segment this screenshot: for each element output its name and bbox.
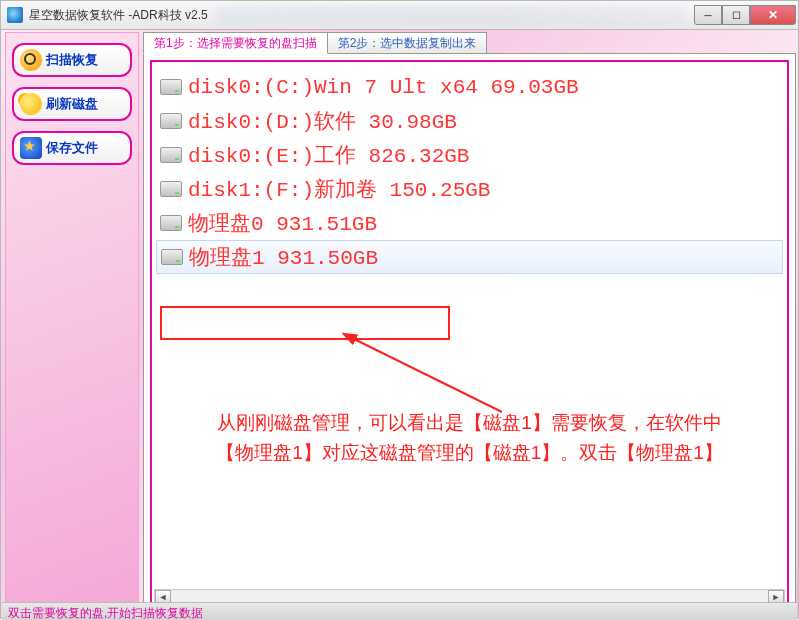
- button-label: 扫描恢复: [46, 51, 98, 69]
- disk-label: disk0:(E:)工作 826.32GB: [188, 141, 469, 169]
- disk-label: 物理盘1 931.50GB: [189, 243, 378, 271]
- refresh-icon: [20, 93, 42, 115]
- app-icon: [7, 7, 23, 23]
- annotation-line: 从刚刚磁盘管理，可以看出是【磁盘1】需要恢复，在软件中: [168, 408, 771, 438]
- refresh-disk-button[interactable]: 刷新磁盘: [12, 87, 132, 121]
- tab-content: disk0:(C:)Win 7 Ult x64 69.03GB disk0:(D…: [143, 53, 796, 616]
- drive-icon: [160, 147, 182, 163]
- tab-label: 第1步：选择需要恢复的盘扫描: [154, 35, 317, 52]
- drive-icon: [160, 79, 182, 95]
- svg-line-0: [352, 338, 502, 412]
- disk-row[interactable]: disk0:(E:)工作 826.32GB: [156, 138, 783, 172]
- tab-bar: 第1步：选择需要恢复的盘扫描 第2步：选中数据复制出来: [143, 32, 796, 54]
- drive-icon: [161, 249, 183, 265]
- titlebar: 星空数据恢复软件 -ADR科技 v2.5 ─ ☐ ✕: [0, 0, 799, 30]
- status-bar: 双击需要恢复的盘,开始扫描恢复数据: [2, 602, 797, 620]
- disk-row[interactable]: 物理盘0 931.51GB: [156, 206, 783, 240]
- status-text: 双击需要恢复的盘,开始扫描恢复数据: [8, 606, 203, 620]
- disk-row[interactable]: disk0:(C:)Win 7 Ult x64 69.03GB: [156, 70, 783, 104]
- window-controls: ─ ☐ ✕: [694, 5, 796, 25]
- save-star-icon: [20, 137, 42, 159]
- save-file-button[interactable]: 保存文件: [12, 131, 132, 165]
- disk-label: disk0:(D:)软件 30.98GB: [188, 107, 457, 135]
- disk-label: 物理盘0 931.51GB: [188, 209, 377, 237]
- button-label: 保存文件: [46, 139, 98, 157]
- close-button[interactable]: ✕: [750, 5, 796, 25]
- annotation-text: 从刚刚磁盘管理，可以看出是【磁盘1】需要恢复，在软件中 【物理盘1】对应这磁盘管…: [168, 408, 771, 469]
- magnifier-icon: [20, 49, 42, 71]
- disk-panel: disk0:(C:)Win 7 Ult x64 69.03GB disk0:(D…: [150, 60, 789, 609]
- disk-row[interactable]: disk1:(F:)新加卷 150.25GB: [156, 172, 783, 206]
- scan-recover-button[interactable]: 扫描恢复: [12, 43, 132, 77]
- tab-label: 第2步：选中数据复制出来: [338, 35, 477, 52]
- disk-list: disk0:(C:)Win 7 Ult x64 69.03GB disk0:(D…: [152, 62, 787, 282]
- disk-row[interactable]: disk0:(D:)软件 30.98GB: [156, 104, 783, 138]
- drive-icon: [160, 215, 182, 231]
- sidebar: 扫描恢复 刷新磁盘 保存文件: [5, 32, 139, 616]
- annotation-line: 【物理盘1】对应这磁盘管理的【磁盘1】。双击【物理盘1】: [168, 438, 771, 468]
- window-title: 星空数据恢复软件 -ADR科技 v2.5: [29, 7, 208, 24]
- titlebar-blur: [216, 5, 686, 25]
- button-label: 刷新磁盘: [46, 95, 98, 113]
- maximize-button[interactable]: ☐: [722, 5, 750, 25]
- drive-icon: [160, 113, 182, 129]
- disk-label: disk1:(F:)新加卷 150.25GB: [188, 175, 490, 203]
- main-panel: 第1步：选择需要恢复的盘扫描 第2步：选中数据复制出来 disk0:(C:)Wi…: [143, 32, 796, 616]
- highlight-rectangle: [160, 306, 450, 340]
- tab-step2[interactable]: 第2步：选中数据复制出来: [327, 32, 488, 54]
- disk-row[interactable]: 物理盘1 931.50GB: [156, 240, 783, 274]
- minimize-button[interactable]: ─: [694, 5, 722, 25]
- drive-icon: [160, 181, 182, 197]
- tab-step1[interactable]: 第1步：选择需要恢复的盘扫描: [143, 32, 328, 54]
- disk-label: disk0:(C:)Win 7 Ult x64 69.03GB: [188, 76, 579, 99]
